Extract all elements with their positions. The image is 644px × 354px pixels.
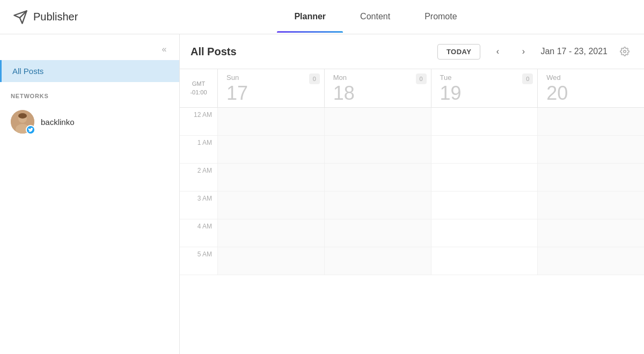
time-cell-sun-3am[interactable] xyxy=(217,191,324,219)
time-cell-sun-2am[interactable] xyxy=(217,164,324,191)
time-cell-tue-3am[interactable] xyxy=(431,191,538,219)
time-row-5am: 5 AM xyxy=(180,247,644,275)
network-name: backlinko xyxy=(41,117,75,127)
time-row-3am: 3 AM xyxy=(180,191,644,219)
day-number-wed: 20 xyxy=(546,84,638,103)
next-week-button[interactable]: › xyxy=(515,43,532,60)
day-count-mon: 0 xyxy=(416,73,427,84)
gmt-label: GMT -01:00 xyxy=(180,69,217,107)
calendar-header: All Posts TODAY ‹ › Jan 17 - 23, 2021 xyxy=(180,34,644,69)
networks-heading: NETWORKS xyxy=(11,93,169,99)
day-header-mon: Mon 18 0 xyxy=(324,69,431,107)
time-cell-sun-1am[interactable] xyxy=(217,136,324,163)
time-cell-tue-2am[interactable] xyxy=(431,164,538,191)
settings-icon xyxy=(620,47,630,56)
day-count-tue: 0 xyxy=(522,73,533,84)
date-range: Jan 17 - 23, 2021 xyxy=(540,47,608,56)
time-cell-wed-1am[interactable] xyxy=(537,136,644,163)
nav-tabs: Planner Content Promote xyxy=(120,1,631,33)
collapse-icon[interactable]: « xyxy=(158,43,171,56)
paper-plane-icon xyxy=(13,10,28,25)
time-label-5am: 5 AM xyxy=(180,247,217,262)
time-label-4am: 4 AM xyxy=(180,219,217,234)
day-name-tue: Tue xyxy=(440,73,531,82)
day-number-sun: 17 xyxy=(226,84,318,103)
twitter-icon xyxy=(28,127,33,132)
day-name-sun: Sun xyxy=(226,73,318,82)
time-cell-sun-4am[interactable] xyxy=(217,219,324,247)
sidebar-item-all-posts[interactable]: All Posts xyxy=(0,60,179,82)
main-layout: « All Posts NETWORKS xyxy=(0,34,644,354)
time-cell-wed-4am[interactable] xyxy=(537,219,644,247)
networks-section: NETWORKS xyxy=(0,82,179,141)
day-header-wed: Wed 20 xyxy=(537,69,644,107)
twitter-badge xyxy=(26,125,35,135)
time-row-12am: 12 AM xyxy=(180,108,644,136)
day-name-mon: Mon xyxy=(333,73,425,82)
time-cell-mon-4am[interactable] xyxy=(324,219,431,247)
time-row-2am: 2 AM xyxy=(180,164,644,191)
day-name-wed: Wed xyxy=(546,73,638,82)
avatar xyxy=(11,110,34,134)
time-slots: 12 AM 1 AM 2 AM xyxy=(180,108,644,275)
time-cell-sun-12am[interactable] xyxy=(217,108,324,135)
prev-week-button[interactable]: ‹ xyxy=(489,43,506,60)
time-label-12am: 12 AM xyxy=(180,108,217,123)
tab-content[interactable]: Content xyxy=(343,1,407,34)
time-row-4am: 4 AM xyxy=(180,219,644,247)
sidebar-collapse-button[interactable]: « xyxy=(0,39,179,60)
time-row-1am: 1 AM xyxy=(180,136,644,164)
calendar-days-header: GMT -01:00 Sun 17 0 Mon 18 0 Tue xyxy=(180,69,644,108)
time-cell-mon-1am[interactable] xyxy=(324,136,431,163)
time-cell-tue-12am[interactable] xyxy=(431,108,538,135)
top-navigation: Publisher Planner Content Promote xyxy=(0,0,644,34)
tab-planner[interactable]: Planner xyxy=(277,1,343,34)
time-cell-mon-12am[interactable] xyxy=(324,108,431,135)
time-label-1am: 1 AM xyxy=(180,136,217,151)
time-cell-wed-3am[interactable] xyxy=(537,191,644,219)
content-area: All Posts TODAY ‹ › Jan 17 - 23, 2021 GM… xyxy=(180,34,644,354)
time-cell-tue-5am[interactable] xyxy=(431,247,538,275)
tab-promote[interactable]: Promote xyxy=(407,1,474,34)
time-cell-sun-5am[interactable] xyxy=(217,247,324,275)
sidebar: « All Posts NETWORKS xyxy=(0,34,180,354)
day-number-mon: 18 xyxy=(333,84,425,103)
time-label-3am: 3 AM xyxy=(180,191,217,206)
time-label-2am: 2 AM xyxy=(180,164,217,179)
network-item-backlinko[interactable]: backlinko xyxy=(11,107,169,137)
time-cell-mon-3am[interactable] xyxy=(324,191,431,219)
svg-point-5 xyxy=(18,113,27,119)
calendar-settings-button[interactable] xyxy=(616,43,633,60)
calendar-grid: GMT -01:00 Sun 17 0 Mon 18 0 Tue xyxy=(180,69,644,354)
day-count-sun: 0 xyxy=(309,73,320,84)
day-number-tue: 19 xyxy=(440,84,531,103)
time-cell-mon-2am[interactable] xyxy=(324,164,431,191)
time-cell-wed-12am[interactable] xyxy=(537,108,644,135)
logo-area: Publisher xyxy=(13,10,120,25)
time-cell-wed-2am[interactable] xyxy=(537,164,644,191)
day-header-tue: Tue 19 0 xyxy=(431,69,538,107)
time-cell-wed-5am[interactable] xyxy=(537,247,644,275)
time-cell-mon-5am[interactable] xyxy=(324,247,431,275)
svg-point-6 xyxy=(624,50,626,53)
today-button[interactable]: TODAY xyxy=(437,44,481,60)
app-title: Publisher xyxy=(33,11,78,23)
time-cell-tue-1am[interactable] xyxy=(431,136,538,163)
day-header-sun: Sun 17 0 xyxy=(217,69,324,107)
time-cell-tue-4am[interactable] xyxy=(431,219,538,247)
calendar-title: All Posts xyxy=(191,46,237,58)
